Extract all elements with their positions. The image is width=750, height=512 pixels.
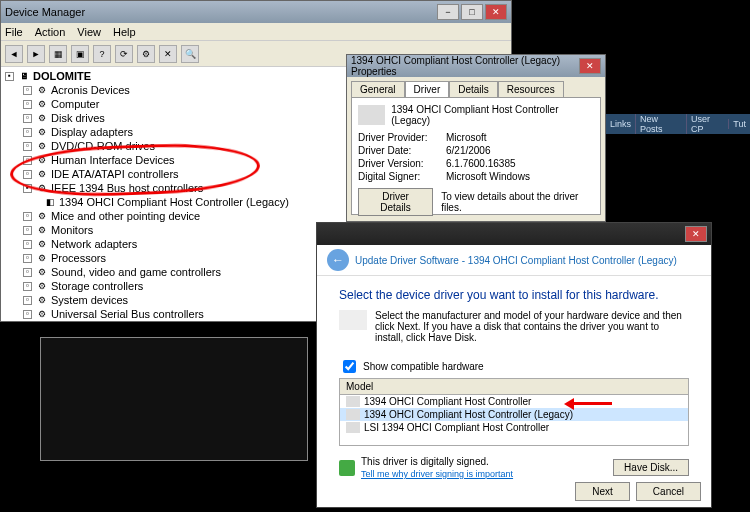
list-item[interactable]: LSI 1394 OHCI Compliant Host Controller [340,421,688,434]
driver-icon [346,422,360,433]
signer-label: Digital Signer: [358,171,438,182]
dm-title: Device Manager [5,6,437,18]
have-disk-button[interactable]: Have Disk... [613,459,689,476]
close-button[interactable]: ✕ [485,4,507,20]
background-frame [40,337,308,461]
upd-instructions: Select the manufacturer and model of you… [375,310,689,343]
expand-icon[interactable]: ▫ [23,212,32,221]
computer-icon: 🖥 [17,70,31,82]
props-titlebar[interactable]: 1394 OHCI Compliant Host Controller (Leg… [347,55,605,77]
tool-icon[interactable]: ▦ [49,45,67,63]
expand-icon[interactable]: ▫ [23,254,32,263]
expand-icon[interactable]: ▫ [23,296,32,305]
upd-titlebar[interactable]: ✕ [317,223,711,245]
menu-file[interactable]: File [5,26,23,38]
signer-value: Microsoft Windows [446,171,594,182]
tab-details[interactable]: Details [449,81,498,97]
device-category-icon: ⚙ [35,252,49,264]
expand-icon[interactable]: ▫ [23,100,32,109]
list-item[interactable]: 1394 OHCI Compliant Host Controller [340,395,688,408]
minimize-button[interactable]: − [437,4,459,20]
driver-icon [346,409,360,420]
tool-icon[interactable]: 🔍 [181,45,199,63]
child-label: 1394 OHCI Compliant Host Controller (Leg… [59,196,289,208]
close-button[interactable]: ✕ [579,58,601,74]
shield-icon [339,460,355,476]
node-label: Computer [51,98,99,110]
device-category-icon: ⚙ [35,98,49,110]
props-body: 1394 OHCI Compliant Host Controller (Leg… [351,97,601,215]
expand-icon[interactable]: ▪ [23,184,32,193]
dm-titlebar[interactable]: Device Manager − □ ✕ [1,1,511,23]
device-category-icon: ⚙ [35,182,49,194]
node-label: Display adapters [51,126,133,138]
forward-icon[interactable]: ► [27,45,45,63]
driver-details-button[interactable]: Driver Details [358,188,433,216]
model-list[interactable]: 1394 OHCI Compliant Host Controller 1394… [339,394,689,446]
device-category-icon: ⚙ [35,154,49,166]
disk-icon [339,310,367,330]
show-compatible-checkbox[interactable] [343,360,356,373]
menu-action[interactable]: Action [35,26,66,38]
props-tabs: General Driver Details Resources [347,77,605,97]
expand-icon[interactable]: ▫ [23,170,32,179]
expand-icon[interactable]: ▫ [23,114,32,123]
tool-icon[interactable]: ⚙ [137,45,155,63]
expand-icon[interactable]: ▫ [23,128,32,137]
menu-help[interactable]: Help [113,26,136,38]
dm-menubar: File Action View Help [1,23,511,41]
list-item-selected[interactable]: 1394 OHCI Compliant Host Controller (Leg… [340,408,688,421]
upd-breadcrumb: Update Driver Software - 1394 OHCI Compl… [355,255,677,266]
close-button[interactable]: ✕ [685,226,707,242]
tool-icon[interactable]: ✕ [159,45,177,63]
device-category-icon: ⚙ [35,168,49,180]
device-category-icon: ⚙ [35,210,49,222]
node-label: Storage controllers [51,280,143,292]
forum-link-usercp[interactable]: User CP [686,114,728,134]
tab-general[interactable]: General [351,81,405,97]
node-label: Sound, video and game controllers [51,266,221,278]
collapse-icon[interactable]: ▪ [5,72,14,81]
expand-icon[interactable]: ▫ [23,142,32,151]
tool-icon[interactable]: ⟳ [115,45,133,63]
signing-link[interactable]: Tell me why driver signing is important [361,469,513,479]
tab-resources[interactable]: Resources [498,81,564,97]
signed-text: This driver is digitally signed. [361,456,489,467]
props-title: 1394 OHCI Compliant Host Controller (Leg… [351,55,579,77]
expand-icon[interactable]: ▫ [23,282,32,291]
tool-icon[interactable]: ? [93,45,111,63]
provider-value: Microsoft [446,132,594,143]
expand-icon[interactable]: ▫ [23,226,32,235]
expand-icon[interactable]: ▫ [23,240,32,249]
menu-view[interactable]: View [77,26,101,38]
tab-driver[interactable]: Driver [405,81,450,97]
node-label: IDE ATA/ATAPI controllers [51,168,179,180]
forum-link-tut[interactable]: Tut [728,119,750,129]
cancel-button[interactable]: Cancel [636,482,701,501]
expand-icon[interactable]: ▫ [23,86,32,95]
device-category-icon: ⚙ [35,84,49,96]
node-label: Monitors [51,224,93,236]
driver-icon [346,396,360,407]
device-category-icon: ⚙ [35,140,49,152]
node-label: Processors [51,252,106,264]
node-label: Network adapters [51,238,137,250]
date-value: 6/21/2006 [446,145,594,156]
forum-nav-bar: Links New Posts User CP Tut [605,114,750,134]
expand-icon[interactable]: ▫ [23,268,32,277]
forum-link-newposts[interactable]: New Posts [635,114,686,134]
node-label: DVD/CD-ROM drives [51,140,155,152]
back-icon[interactable]: ← [327,249,349,271]
provider-label: Driver Provider: [358,132,438,143]
maximize-button[interactable]: □ [461,4,483,20]
device-category-icon: ⚙ [35,294,49,306]
back-icon[interactable]: ◄ [5,45,23,63]
driver-properties-window: 1394 OHCI Compliant Host Controller (Leg… [346,54,606,222]
expand-icon[interactable]: ▫ [23,310,32,319]
node-label: Human Interface Devices [51,154,175,166]
device-category-icon: ⚙ [35,224,49,236]
expand-icon[interactable]: ▫ [23,156,32,165]
next-button[interactable]: Next [575,482,630,501]
forum-link-links[interactable]: Links [605,119,635,129]
tool-icon[interactable]: ▣ [71,45,89,63]
